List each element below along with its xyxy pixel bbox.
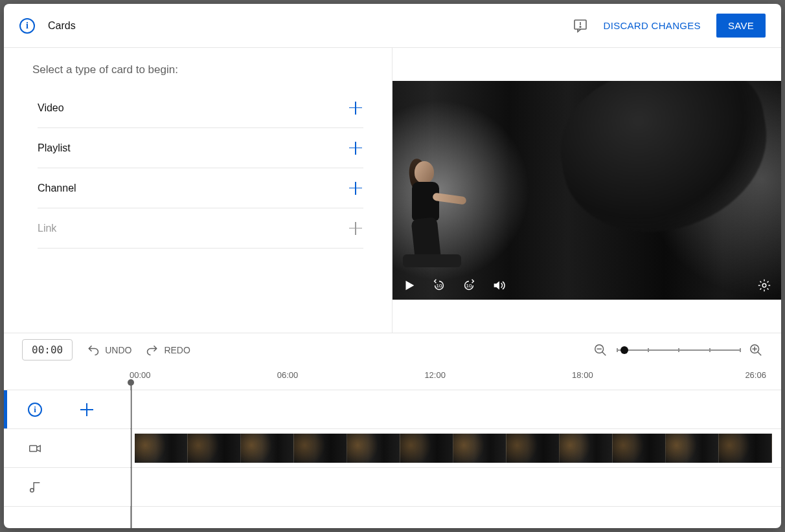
card-type-list: Video Playlist Channel Link bbox=[32, 88, 363, 249]
timeline-ruler[interactable]: 00:0006:0012:0018:0026:06 bbox=[4, 366, 781, 390]
filmstrip-frame bbox=[135, 434, 188, 463]
cards-track-row: i bbox=[4, 390, 781, 429]
filmstrip-frame bbox=[719, 434, 772, 463]
ruler-tick-label: 06:00 bbox=[277, 370, 299, 380]
video-controls: 10 10 bbox=[392, 271, 781, 300]
undo-label: UNDO bbox=[105, 345, 131, 355]
zoom-slider-tick bbox=[678, 348, 679, 352]
card-type-channel[interactable]: Channel bbox=[38, 168, 363, 208]
video-track-side bbox=[4, 429, 131, 467]
card-type-label: Link bbox=[38, 223, 56, 234]
zoom-slider-tick bbox=[709, 348, 711, 352]
audio-track-row bbox=[4, 468, 781, 507]
video-preview-panel: 10 10 bbox=[392, 48, 781, 333]
svg-rect-11 bbox=[30, 445, 37, 451]
svg-line-8 bbox=[758, 351, 762, 355]
video-track-row bbox=[4, 429, 781, 468]
filmstrip-frame bbox=[666, 434, 719, 463]
instruction-text: Select a type of card to begin: bbox=[32, 63, 363, 76]
video-preview[interactable]: 10 10 bbox=[392, 81, 781, 300]
discard-changes-button[interactable]: DISCARD CHANGES bbox=[604, 20, 701, 31]
svg-line-5 bbox=[602, 351, 606, 355]
play-icon[interactable] bbox=[402, 278, 417, 293]
card-type-playlist[interactable]: Playlist bbox=[38, 128, 363, 168]
gear-icon[interactable] bbox=[757, 278, 772, 293]
video-filmstrip bbox=[135, 434, 772, 463]
header-title: Cards bbox=[48, 20, 76, 32]
filmstrip-frame bbox=[453, 434, 506, 463]
svg-point-2 bbox=[580, 26, 581, 27]
volume-icon[interactable] bbox=[491, 278, 506, 293]
svg-point-3 bbox=[762, 283, 766, 287]
filmstrip-frame bbox=[506, 434, 560, 463]
info-icon: i bbox=[19, 18, 35, 34]
video-frame-image bbox=[392, 81, 781, 300]
cards-track-side: i bbox=[4, 390, 131, 428]
ruler-tick-label: 18:00 bbox=[572, 370, 593, 380]
plus-icon bbox=[348, 221, 363, 236]
zoom-slider-tick bbox=[648, 348, 649, 352]
plus-icon bbox=[348, 140, 363, 156]
audio-track-content[interactable] bbox=[131, 468, 781, 506]
add-card-icon[interactable] bbox=[79, 402, 95, 417]
video-track-content[interactable] bbox=[131, 429, 781, 467]
rewind-value: 10 bbox=[437, 283, 442, 289]
rewind-10-icon[interactable]: 10 bbox=[431, 278, 447, 293]
filmstrip-frame bbox=[241, 434, 294, 463]
card-type-video[interactable]: Video bbox=[38, 88, 363, 128]
cards-editor-modal: i Cards DISCARD CHANGES SAVE Select a ty… bbox=[4, 4, 781, 528]
undo-button[interactable]: UNDO bbox=[87, 344, 131, 357]
audio-track-side bbox=[4, 468, 131, 506]
ruler-tick-label: 12:00 bbox=[424, 370, 446, 380]
ruler-tick-label: 00:00 bbox=[130, 370, 151, 380]
header-left: i Cards bbox=[19, 18, 573, 34]
timeline-toolbar: 00:00 UNDO REDO bbox=[4, 333, 781, 366]
redo-button[interactable]: REDO bbox=[146, 344, 190, 357]
header-right: DISCARD CHANGES SAVE bbox=[573, 14, 766, 38]
timeline-tracks: i bbox=[4, 390, 781, 507]
forward-10-icon[interactable]: 10 bbox=[461, 278, 477, 293]
zoom-slider-tick bbox=[740, 348, 741, 352]
card-type-label: Video bbox=[38, 102, 64, 114]
filmstrip-frame bbox=[560, 434, 613, 463]
card-type-label: Channel bbox=[38, 183, 76, 194]
timecode-input[interactable]: 00:00 bbox=[22, 339, 73, 360]
plus-icon bbox=[348, 181, 363, 196]
zoom-control bbox=[593, 343, 763, 357]
filmstrip-frame bbox=[294, 434, 347, 463]
zoom-slider-knob[interactable] bbox=[620, 346, 628, 354]
svg-point-12 bbox=[30, 488, 34, 492]
music-icon bbox=[27, 480, 43, 495]
zoom-slider[interactable] bbox=[617, 349, 740, 351]
modal-header: i Cards DISCARD CHANGES SAVE bbox=[4, 4, 781, 48]
card-type-link: Link bbox=[38, 208, 363, 249]
info-icon[interactable]: i bbox=[27, 402, 43, 417]
cards-track-content[interactable] bbox=[131, 390, 781, 428]
filmstrip-frame bbox=[613, 434, 666, 463]
ruler-tick-label: 26:06 bbox=[745, 370, 766, 380]
plus-icon bbox=[348, 100, 363, 116]
filmstrip-frame bbox=[400, 434, 453, 463]
card-type-label: Playlist bbox=[38, 142, 71, 154]
zoom-in-icon[interactable] bbox=[749, 343, 763, 357]
save-button[interactable]: SAVE bbox=[716, 14, 766, 38]
filmstrip-frame bbox=[188, 434, 241, 463]
camera-icon bbox=[27, 441, 43, 456]
redo-label: REDO bbox=[164, 345, 190, 355]
zoom-out-icon[interactable] bbox=[593, 343, 608, 357]
modal-body: Select a type of card to begin: Video Pl… bbox=[4, 48, 781, 333]
card-type-panel: Select a type of card to begin: Video Pl… bbox=[4, 48, 392, 333]
feedback-icon[interactable] bbox=[573, 18, 588, 34]
zoom-slider-tick bbox=[617, 348, 618, 352]
filmstrip-frame bbox=[347, 434, 400, 463]
forward-value: 10 bbox=[466, 283, 472, 289]
